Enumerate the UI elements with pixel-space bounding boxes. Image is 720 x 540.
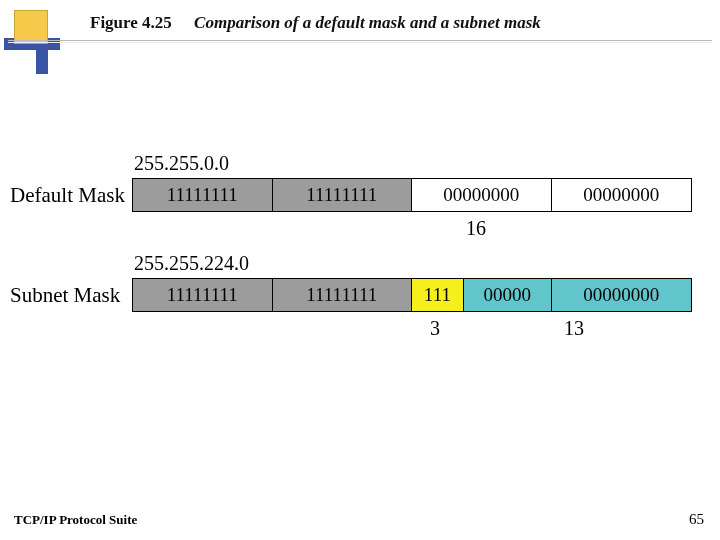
subnet-mask-seg-0: 11111111: [133, 279, 273, 311]
decoration-square: [14, 10, 48, 44]
figure-header: Figure 4.25 Comparison of a default mask…: [90, 13, 541, 33]
subnet-mask-subnet-bits: 3: [430, 317, 440, 340]
header-rule: [8, 40, 712, 41]
default-mask-label: Default Mask: [10, 183, 125, 208]
subnet-mask-box: 11111111 11111111 111 00000 00000000: [132, 278, 692, 312]
default-mask-seg-2: 00000000: [412, 179, 552, 211]
default-mask-seg-3: 00000000: [552, 179, 692, 211]
figure-caption: Comparison of a default mask and a subne…: [194, 13, 541, 32]
subnet-mask-seg-1: 11111111: [273, 279, 413, 311]
subnet-mask-seg-3: 00000: [464, 279, 552, 311]
subnet-mask-dotted: 255.255.224.0: [134, 252, 249, 275]
header-rule-shadow: [8, 42, 712, 43]
default-mask-dotted: 255.255.0.0: [134, 152, 229, 175]
default-mask-box: 11111111 11111111 00000000 00000000: [132, 178, 692, 212]
default-mask-seg-1: 11111111: [273, 179, 413, 211]
subnet-mask-seg-4: 00000000: [552, 279, 692, 311]
subnet-mask-label: Subnet Mask: [10, 283, 120, 308]
default-mask-seg-0: 11111111: [133, 179, 273, 211]
footer-title: TCP/IP Protocol Suite: [14, 512, 137, 528]
slide: Figure 4.25 Comparison of a default mask…: [0, 0, 720, 540]
subnet-mask-seg-2: 111: [412, 279, 464, 311]
page-number: 65: [689, 511, 704, 528]
figure-number: Figure 4.25: [90, 13, 172, 32]
default-mask-host-bits: 16: [466, 217, 486, 240]
corner-decoration: [4, 4, 84, 84]
subnet-mask-host-bits: 13: [564, 317, 584, 340]
